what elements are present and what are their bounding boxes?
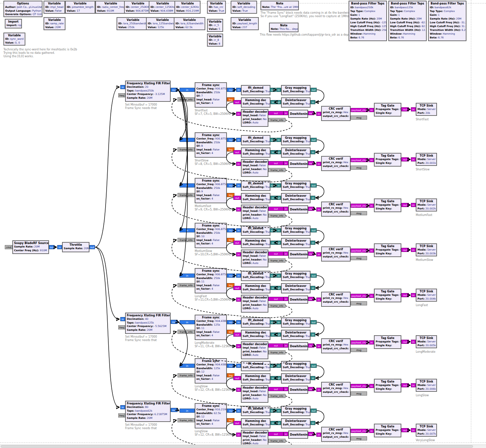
deinterleaver-block[interactable]: Deinterleaver Soft_Decoding: True [281,193,311,203]
hamming-dec-in-port[interactable]: in [270,286,275,290]
deinterleaver-out-port[interactable]: out [275,332,281,337]
deinterleaver-in-port[interactable]: in [311,150,315,154]
fft-demod-out-port[interactable]: out [270,364,276,368]
frame-sync-frame-info-port[interactable]: frame_info [178,97,195,101]
header-decoder-out-port[interactable]: out [268,111,283,115]
tag-gate-out-port[interactable]: out [401,383,409,387]
gray-mapping-in-port[interactable]: in [276,183,281,187]
deinterleaver-out-port[interactable]: out [275,100,281,104]
crc-verif-payload-char-port[interactable]: payload_char [351,429,368,433]
tcp-sink-in-port[interactable]: in [411,107,416,111]
freq-xlating-fir-filter-block[interactable]: Frequency Xlating FIR Filter Decimation:… [125,401,171,422]
tag-gate-block[interactable]: Tag Gate Propagate Tags: No Single Key: [374,198,401,212]
hamming-dec-out-port[interactable]: out [233,376,241,380]
tag-gate-in-port[interactable]: in [369,294,374,298]
fir-out-port[interactable]: out [171,88,178,92]
variable-block-center_125KHz[interactable]: VariableID: center_125KHzValue: 904.438M [149,1,177,14]
frame-sync-out-port[interactable]: out [227,274,235,278]
tag-gate-out-port[interactable]: out [401,107,409,111]
fft-demod-in-port[interactable]: in [236,320,241,324]
deinterleaver-in-port[interactable]: in [311,421,315,425]
fft-demod-block[interactable]: fft_demod Soft_Decoding: True [241,181,270,191]
header-decoder-in-port[interactable]: in [236,298,241,302]
gray-mapping-block[interactable]: Gray mapping Soft_Decoding: True [281,226,311,236]
gray-mapping-in-port[interactable]: in [276,138,281,142]
hamming-dec-block[interactable]: Hamming dec Soft_Decoding: True [241,147,270,158]
tag-gate-in-port[interactable]: in [369,249,374,253]
deinterleaver-in-port[interactable]: in [311,376,315,380]
crc-verif-in-port[interactable]: in [316,388,321,392]
crc-verif-payload-char-port[interactable]: payload_char [351,158,368,162]
frame-sync-out-port[interactable]: out [227,228,235,232]
note-block-framesync[interactable]: Note Note: The "Fra...ure at 1MHz. [260,1,299,10]
frame-sync-frame-info-port[interactable]: frame_info [178,418,195,422]
gray-mapping-block[interactable]: Gray mapping Soft_Decoding: True [281,85,311,95]
tag-gate-block[interactable]: Tag Gate Propagate Tags: No Single Key: [374,153,401,167]
fft-demod-block[interactable]: fft_demod Soft_Decoding: True [241,361,270,371]
crc-verif-msg-port[interactable]: msg [351,391,367,396]
crc-verif-msg-port[interactable]: msg [351,348,367,352]
fft-demod-in-port[interactable]: in [236,364,241,368]
frame-sync-in-port[interactable]: in [180,364,195,368]
deinterleaver-out-port[interactable]: out [275,376,281,380]
crc-verif-payload-char-port[interactable]: payload_char [351,294,368,298]
tag-gate-out-port[interactable]: out [401,248,409,252]
source-out-port[interactable]: out [49,245,54,249]
fft-demod-block[interactable]: fft_demod Soft_Decoding: True [241,135,270,145]
header-decoder-block[interactable]: Header decoder Impl_head: False print_he… [241,250,268,267]
deinterleaver-in-port[interactable]: in [311,332,315,337]
bandpass-taps-62k-block[interactable]: Band-pass Filter Taps ID: bandpass62kTap… [428,1,466,41]
dewhitening-out-port[interactable]: out [308,343,314,348]
dewhitening-out-port[interactable]: out [308,207,314,211]
fir-in-port[interactable]: in [120,85,125,89]
hamming-dec-out-port[interactable]: out [233,100,241,104]
frame-sync-out-port[interactable]: out [227,183,235,187]
tag-gate-block[interactable]: Tag Gate Propagate Tags: No Single Key: [374,243,401,257]
gray-mapping-block[interactable]: Gray mapping Soft_Decoding: True [281,181,311,191]
gray-mapping-block[interactable]: Gray mapping Soft_Decoding: True [281,361,311,371]
fft-demod-out-port[interactable]: out [270,274,276,278]
deinterleaver-block[interactable]: Deinterleaver Soft_Decoding: True [281,238,311,248]
header-decoder-in-port[interactable]: in [236,433,241,437]
deinterleaver-out-port[interactable]: out [275,196,281,200]
hamming-dec-out-port[interactable]: out [233,150,241,154]
crc-verif-msg-port[interactable]: msg [351,436,367,440]
crc-verif-payload-char-port[interactable]: payload_char [351,249,368,253]
tcp-sink-block[interactable]: TCP Sink Mode: Server Port: 20k [416,103,437,116]
hamming-dec-block[interactable]: Hamming dec Soft_Decoding: True [241,330,270,340]
gray-mapping-block[interactable]: Gray mapping Soft_Decoding: True [281,317,311,328]
variable-block-soft_decoding[interactable]: VariableID: soft_decodingValue: True [231,1,257,14]
variable-block-sync_word[interactable]: VariableID: sync_wordValue: 0, 0 [3,33,25,46]
variable-block-impl_head[interactable]: VariableID: impl_headValue: False [44,1,65,14]
tag-gate-block[interactable]: Tag Gate Propagate Tags: No Single Key: [374,289,401,302]
deinterleaver-out-port[interactable]: out [275,150,281,154]
gray-mapping-block[interactable]: Gray mapping Soft_Decoding: True [281,406,311,416]
gray-mapping-in-port[interactable]: in [276,88,281,92]
tcp-sink-in-port[interactable]: in [411,293,416,297]
variable-block-cr_8[interactable]: VariableID: cr_8Value: 8 [207,34,223,47]
gray-mapping-block[interactable]: Gray mapping Soft_Decoding: True [281,135,311,145]
header-decoder-frame-info-port[interactable]: frame_info [268,214,285,218]
frame-sync-out-port[interactable]: out [227,138,235,142]
dewhitening-in-port[interactable]: in [283,207,288,211]
dewhitening-in-port[interactable]: in [283,111,288,115]
crc-verif-payload-char-port[interactable]: payload_char [351,108,368,112]
crc-verif-msg-port[interactable]: msg [351,211,367,215]
crc-verif-block[interactable]: CRC verif print_rx_msg: Hex output_crc_c… [321,156,351,171]
frame-sync-out-port[interactable]: out [227,320,235,324]
cmd-port[interactable]: cmd [5,245,12,249]
dewhitening-in-port[interactable]: in [283,161,288,165]
fft-demod-in-port[interactable]: in [236,183,241,187]
deinterleaver-in-port[interactable]: in [311,241,315,245]
fir-freq-port[interactable]: freq [118,413,125,417]
frame-sync-in-port[interactable]: in [180,88,195,92]
crc-verif-msg-port[interactable]: msg [351,116,367,120]
deinterleaver-in-port[interactable]: in [311,100,315,104]
deinterleaver-out-port[interactable]: out [275,286,281,290]
tag-gate-in-port[interactable]: in [369,204,374,208]
frame-sync-frame-info-port[interactable]: frame_info [178,193,195,197]
horizontal-scrollbar[interactable] [0,445,486,448]
soapy-bladerf-source-block[interactable]: Soapy BladeRF Source Sample Rate: 20M Ce… [12,240,49,254]
crc-verif-payload-char-port[interactable]: payload_char [351,204,368,208]
tcp-sink-block[interactable]: TCP Sink Mode: Server Port: 20.002k [416,198,437,211]
